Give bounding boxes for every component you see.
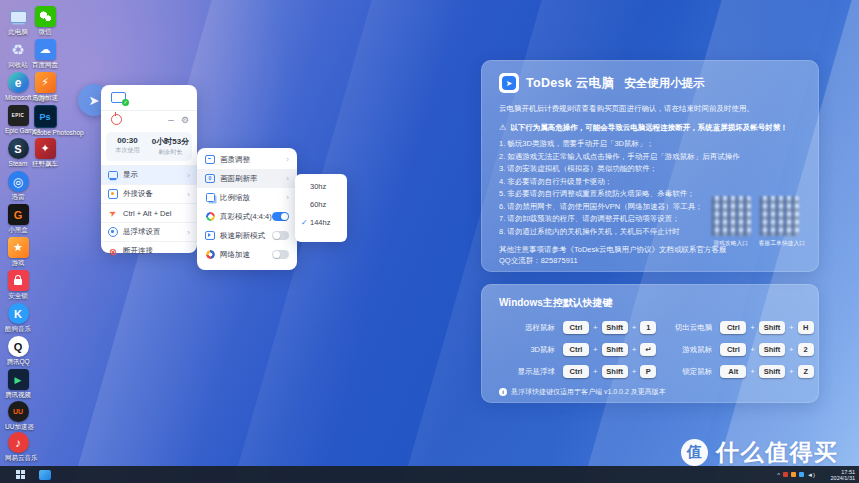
tray-app-icon[interactable]	[783, 472, 788, 477]
booster-icon: ⚡	[35, 72, 56, 93]
footer-qq-group: QQ交流群：825875911	[499, 255, 801, 266]
chevron-right-icon: ›	[286, 174, 289, 183]
desktop-icon-this-pc[interactable]: 此电脑	[5, 6, 31, 35]
desktop-icon-netdisk[interactable]: ☁ 百度网盘	[32, 39, 58, 68]
desktop-icon-thunder[interactable]: ◎ 迅雷	[5, 171, 31, 200]
keycap: H	[798, 321, 814, 334]
scaling-icon	[205, 193, 215, 203]
photoshop-icon: Ps	[34, 105, 57, 128]
keycap: Shift	[602, 365, 628, 378]
shortcut-lock-mouse: 锁定鼠标 Alt + Shift + Z	[656, 365, 813, 378]
smzdm-watermark: 值 什么值得买	[681, 437, 839, 468]
chevron-right-icon: ›	[286, 155, 289, 164]
rate-option-60hz[interactable]: 60hz	[295, 195, 347, 213]
submenu-item-scaling[interactable]: 比例缩放 ›	[197, 188, 297, 207]
todesk-logo: ➤	[499, 73, 519, 93]
rule-item: 4. 非必要请勿自行升级显卡驱动；	[499, 176, 744, 189]
submenu-item-label: 真彩模式(4:4:4)	[220, 212, 272, 222]
fast-refresh-toggle[interactable]	[272, 231, 289, 240]
desktop-icon-epic[interactable]: EPIC Epic Games	[5, 105, 31, 134]
desktop-icon-label: 游戏	[5, 259, 31, 266]
menu-item-disconnect[interactable]: ⊗ 断开连接	[101, 241, 197, 260]
rate-option-144hz[interactable]: ✓ 144hz	[295, 213, 347, 231]
warning-icon: ⚠	[499, 122, 506, 133]
keycap: Shift	[602, 321, 628, 334]
minimize-button[interactable]: –	[168, 117, 174, 123]
desktop-icon-qq[interactable]: Q 腾讯QQ	[5, 336, 31, 365]
desktop-icon-lock-app[interactable]: 安全锁	[5, 270, 31, 299]
racing-game-icon: ✦	[35, 138, 56, 159]
desktop-icon-label: 此电脑	[5, 28, 31, 35]
desktop-icon-recycle-bin[interactable]: ♻ 回收站	[5, 39, 31, 68]
submenu-item-network-boost[interactable]: 网络加速	[197, 245, 297, 264]
rule-item: 5. 非必要请勿自行调整或重置系统防火墙策略、杀毒软件；	[499, 188, 744, 201]
epic-games-icon: EPIC	[8, 105, 29, 126]
remaining-time-value: 0小时53分	[149, 136, 192, 147]
edge-browser-icon: e	[8, 72, 29, 93]
tray-app-icon[interactable]	[799, 472, 804, 477]
desktop-icon-netease-music[interactable]: ♪ 网易云音乐	[5, 432, 31, 461]
keycap: Ctrl	[720, 321, 746, 334]
tray-expand-icon[interactable]: ^	[777, 472, 780, 478]
rate-option-30hz[interactable]: 30hz	[295, 177, 347, 195]
chevron-right-icon: ›	[187, 190, 190, 199]
keycap: Ctrl	[563, 365, 589, 378]
desktop-icon-booster[interactable]: ⚡ 迅游加速	[32, 72, 58, 101]
keycap: Z	[798, 365, 814, 378]
menu-item-floating-ball-settings[interactable]: 悬浮球设置 ›	[101, 222, 197, 241]
shortcuts-panel: Windows主控默认快捷键 远程鼠标 Ctrl + Shift + 1 切出云…	[481, 284, 819, 403]
true-color-toggle[interactable]	[272, 212, 289, 221]
settings-gear-icon[interactable]: ⚙	[181, 115, 189, 125]
shortcut-label: 锁定鼠标	[656, 367, 712, 377]
desktop-icon-label: Steam	[5, 160, 31, 167]
desktop-icon-kugou[interactable]: K 酷狗音乐	[5, 303, 31, 332]
desktop-icon-uu[interactable]: UU UU加速器	[5, 401, 31, 430]
submenu-item-fast-refresh[interactable]: 极速刷新模式	[197, 226, 297, 245]
desktop-icon-game[interactable]: ★ 游戏	[5, 237, 31, 266]
keycap: Shift	[759, 321, 785, 334]
session-time-value: 00:30	[106, 136, 149, 145]
menu-item-label: 悬浮球设置	[123, 227, 187, 237]
submenu-item-refresh-rate[interactable]: 0 画面刷新率 ›	[197, 169, 297, 188]
display-submenu: 画质调整 › 0 画面刷新率 › 比例缩放 › 真彩模式(4:4:4) 极速刷新…	[197, 148, 297, 270]
tray-app-icon[interactable]	[791, 472, 796, 477]
desktop-icon-edge[interactable]: e Microsoft Edge	[5, 72, 31, 101]
submenu-item-label: 极速刷新模式	[220, 231, 272, 241]
desktop-icon-steam[interactable]: S Steam	[5, 138, 31, 167]
keycap: Alt	[720, 365, 746, 378]
lock-app-icon	[8, 270, 29, 291]
netdisk-icon: ☁	[35, 39, 56, 60]
network-boost-toggle[interactable]	[272, 250, 289, 259]
volume-icon[interactable]: ◄)	[807, 472, 815, 478]
todesk-logo-icon: ➤	[502, 76, 516, 90]
desktop-icon-gbox[interactable]: G 小黑盒	[5, 204, 31, 233]
taskbar-clock[interactable]: 17:51 2024/1/31	[819, 469, 855, 481]
rule-item: 1. 畅玩3D类游戏，需要手动开启「3D鼠标」；	[499, 138, 744, 151]
shortcut-label: 显示悬浮球	[499, 367, 555, 377]
start-button[interactable]	[16, 470, 25, 479]
desktop-icon-racing-game[interactable]: ✦ 狂野飙车	[32, 138, 58, 167]
rule-item: 3. 请勿安装虚拟机（模拟器）类似功能的软件；	[499, 163, 744, 176]
shortcuts-note: 悬浮球快捷键仅适用于客户端 v1.0.0.2 及更高版本	[511, 387, 666, 397]
warning-text: 以下行为属高危操作，可能会导致云电脑远程连接断开，系统蓝屏损坏及帐号封禁！	[510, 122, 788, 133]
desktop-icon-label: 迅雷	[5, 193, 31, 200]
fast-refresh-icon	[205, 231, 215, 241]
kugou-music-icon: K	[8, 303, 29, 324]
desktop-icon-label: 安全锁	[5, 292, 31, 299]
submenu-item-true-color[interactable]: 真彩模式(4:4:4)	[197, 207, 297, 226]
smzdm-text: 什么值得买	[716, 437, 839, 468]
menu-item-display[interactable]: 显示 ›	[101, 165, 197, 184]
taskbar-app-icon[interactable]	[39, 470, 51, 480]
qr-code-game-guide	[711, 196, 751, 236]
menu-item-external-devices[interactable]: 外接设备 ›	[101, 184, 197, 203]
desktop-icon-tencent-video[interactable]: ▶ 腾讯视频	[5, 369, 31, 398]
menu-item-ctrl-alt-del[interactable]: ➤ Ctrl + Alt + Del	[101, 203, 197, 222]
desktop-icon-wechat[interactable]: 微信	[32, 6, 58, 35]
desktop-icon-label: 酷狗音乐	[5, 325, 31, 332]
recycle-bin-icon: ♻	[8, 39, 29, 60]
desktop-icon-photoshop[interactable]: Ps Adobe Photoshop	[32, 105, 58, 136]
shortcut-show-floating-ball: 显示悬浮球 Ctrl + Shift + P	[499, 365, 656, 378]
desktop-icon-label: 百度网盘	[32, 61, 58, 68]
power-icon[interactable]	[111, 114, 122, 125]
submenu-item-quality[interactable]: 画质调整 ›	[197, 150, 297, 169]
